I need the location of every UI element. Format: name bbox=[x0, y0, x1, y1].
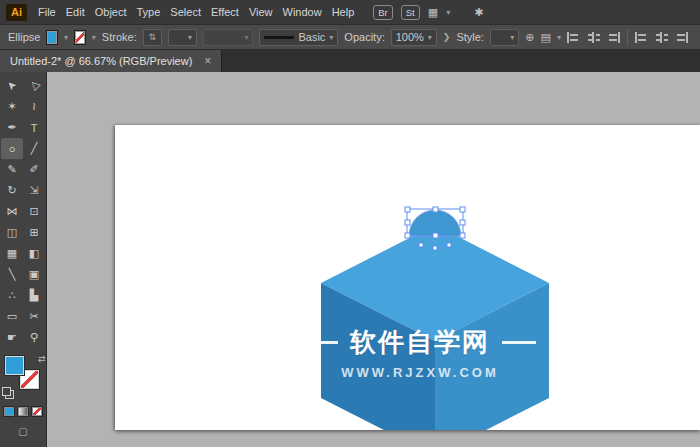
slice-tool[interactable]: ✂ bbox=[23, 306, 45, 327]
gradient-button[interactable] bbox=[17, 406, 29, 417]
style-label: Style: bbox=[456, 31, 484, 43]
selection-tool-icon: ➤ bbox=[4, 78, 20, 94]
brush-definition-combo[interactable]: Basic ▾ bbox=[259, 29, 338, 46]
chevron-down-icon: ▾ bbox=[244, 33, 248, 42]
illustrator-window: Ai File Edit Object Type Select Effect V… bbox=[0, 0, 700, 447]
selection-tool[interactable]: ➤ bbox=[1, 75, 23, 96]
width-profile-combo[interactable]: ▾ bbox=[203, 29, 253, 46]
color-button[interactable] bbox=[3, 406, 15, 417]
paintbrush-tool[interactable]: ✎ bbox=[1, 159, 23, 180]
chevron-down-icon[interactable]: ▾ bbox=[64, 33, 68, 42]
menu-window[interactable]: Window bbox=[278, 0, 327, 24]
menu-select[interactable]: Select bbox=[165, 0, 206, 24]
app-logo: Ai bbox=[6, 4, 27, 21]
color-mode-buttons bbox=[3, 406, 43, 417]
magic-wand-tool[interactable]: ✶ bbox=[1, 96, 23, 117]
align-left-icon[interactable] bbox=[567, 32, 580, 43]
pen-tool[interactable]: ✒ bbox=[1, 117, 23, 138]
menu-help[interactable]: Help bbox=[327, 0, 360, 24]
tab-title: Untitled-2* @ 66.67% (RGB/Preview) bbox=[10, 55, 192, 67]
tools-panel: ➤ ▷ ✶ ≀ ✒ T ○ ╱ ✎ ✐ ↻ ⇲ ⋈ ⊡ ◫ ⊞ ▦ ◧ bbox=[0, 72, 47, 447]
stroke-weight-stepper[interactable]: ⇅ bbox=[143, 29, 162, 46]
menu-view[interactable]: View bbox=[244, 0, 278, 24]
close-icon[interactable]: × bbox=[204, 54, 211, 68]
divider bbox=[627, 29, 628, 45]
chevron-right-icon[interactable]: ❯ bbox=[443, 32, 451, 42]
zoom-tool[interactable]: ⚲ bbox=[23, 327, 45, 348]
none-button[interactable] bbox=[31, 406, 43, 417]
column-graph-tool[interactable]: ▙ bbox=[23, 285, 45, 306]
bridge-button[interactable]: Br bbox=[373, 5, 393, 20]
stroke-label: Stroke: bbox=[102, 31, 137, 43]
document-tab-bar: Untitled-2* @ 66.67% (RGB/Preview) × bbox=[0, 50, 700, 72]
menu-file[interactable]: File bbox=[33, 0, 61, 24]
opacity-label: Opacity: bbox=[344, 31, 384, 43]
document-tab[interactable]: Untitled-2* @ 66.67% (RGB/Preview) × bbox=[0, 50, 222, 72]
perspective-grid-tool[interactable]: ⊞ bbox=[23, 222, 45, 243]
width-tool[interactable]: ⋈ bbox=[1, 201, 23, 222]
preferences-icon[interactable]: ▤ bbox=[541, 31, 551, 44]
menu-bar: Ai File Edit Object Type Select Effect V… bbox=[0, 0, 700, 24]
chevron-down-icon[interactable]: ▾ bbox=[557, 33, 561, 42]
distribute-right-icon[interactable] bbox=[675, 32, 688, 43]
cube-artwork bbox=[115, 125, 700, 430]
stroke-color-swatch[interactable] bbox=[74, 30, 86, 45]
dome-shape[interactable] bbox=[409, 210, 461, 236]
fill-stroke-control: ⇄ bbox=[0, 354, 47, 396]
tools-grid: ➤ ▷ ✶ ≀ ✒ T ○ ╱ ✎ ✐ ↻ ⇲ ⋈ ⊡ ◫ ⊞ ▦ ◧ bbox=[1, 75, 45, 348]
distribute-left-icon[interactable] bbox=[635, 32, 648, 43]
tool-context-label: Ellipse bbox=[8, 31, 40, 43]
fill-color-swatch[interactable] bbox=[46, 30, 58, 45]
chevron-down-icon[interactable]: ▾ bbox=[92, 33, 96, 42]
canvas-area[interactable]: 软件自学网 WWW.RJZXW.COM bbox=[47, 72, 700, 447]
stepper-icon: ⇅ bbox=[148, 32, 156, 42]
artboard[interactable]: 软件自学网 WWW.RJZXW.COM bbox=[115, 125, 700, 430]
screen-mode-icon[interactable]: ▢ bbox=[18, 426, 27, 437]
brush-definition-value: Basic bbox=[298, 31, 325, 43]
chevron-down-icon: ▾ bbox=[329, 33, 333, 42]
opacity-combo[interactable]: 100% ▾ bbox=[391, 29, 437, 46]
document-setup-icon[interactable]: ⊕ bbox=[525, 31, 534, 44]
scale-tool[interactable]: ⇲ bbox=[23, 180, 45, 201]
stock-button[interactable]: St bbox=[401, 5, 420, 20]
align-controls bbox=[567, 29, 692, 45]
mesh-tool[interactable]: ▦ bbox=[1, 243, 23, 264]
artboard-tool[interactable]: ▭ bbox=[1, 306, 23, 327]
stroke-weight-combo[interactable]: ▾ bbox=[168, 29, 197, 46]
menu-type[interactable]: Type bbox=[132, 0, 166, 24]
ellipse-tool[interactable]: ○ bbox=[1, 138, 23, 159]
graphic-style-combo[interactable]: ▾ bbox=[490, 29, 519, 46]
direct-selection-tool[interactable]: ▷ bbox=[23, 75, 45, 96]
pencil-tool[interactable]: ✐ bbox=[23, 159, 45, 180]
shape-builder-tool[interactable]: ◫ bbox=[1, 222, 23, 243]
blend-tool[interactable]: ▣ bbox=[23, 264, 45, 285]
distribute-center-icon[interactable] bbox=[655, 32, 668, 43]
align-center-icon[interactable] bbox=[587, 32, 600, 43]
hand-tool[interactable]: ☛ bbox=[1, 327, 23, 348]
control-bar: Ellipse ▾ ▾ Stroke: ⇅ ▾ ▾ Basic ▾ Opacit… bbox=[0, 24, 700, 50]
menu-edit[interactable]: Edit bbox=[61, 0, 90, 24]
brush-stroke-preview bbox=[264, 36, 294, 39]
menu-object[interactable]: Object bbox=[90, 0, 132, 24]
app-bar-icon[interactable]: ✱ bbox=[474, 6, 483, 19]
default-fill-stroke-icon[interactable] bbox=[2, 387, 11, 396]
opacity-value: 100% bbox=[396, 31, 424, 43]
eyedropper-tool[interactable]: ╲ bbox=[1, 264, 23, 285]
lasso-tool[interactable]: ≀ bbox=[23, 96, 45, 117]
free-transform-tool[interactable]: ⊡ bbox=[23, 201, 45, 222]
chevron-down-icon: ▾ bbox=[188, 33, 192, 42]
chevron-down-icon[interactable]: ▾ bbox=[446, 8, 450, 17]
swap-fill-stroke-icon[interactable]: ⇄ bbox=[38, 354, 46, 364]
align-right-icon[interactable] bbox=[607, 32, 620, 43]
fill-swatch[interactable] bbox=[5, 356, 24, 375]
rotate-tool[interactable]: ↻ bbox=[1, 180, 23, 201]
type-tool[interactable]: T bbox=[23, 117, 45, 138]
line-segment-tool[interactable]: ╱ bbox=[23, 138, 45, 159]
gradient-tool[interactable]: ◧ bbox=[23, 243, 45, 264]
symbol-sprayer-tool[interactable]: ∴ bbox=[1, 285, 23, 306]
workspace: ➤ ▷ ✶ ≀ ✒ T ○ ╱ ✎ ✐ ↻ ⇲ ⋈ ⊡ ◫ ⊞ ▦ ◧ bbox=[0, 72, 700, 447]
direct-selection-tool-icon: ▷ bbox=[26, 78, 41, 93]
chevron-down-icon: ▾ bbox=[428, 33, 432, 42]
menu-effect[interactable]: Effect bbox=[206, 0, 244, 24]
workspace-switcher-icon[interactable]: ▦ bbox=[428, 6, 438, 19]
